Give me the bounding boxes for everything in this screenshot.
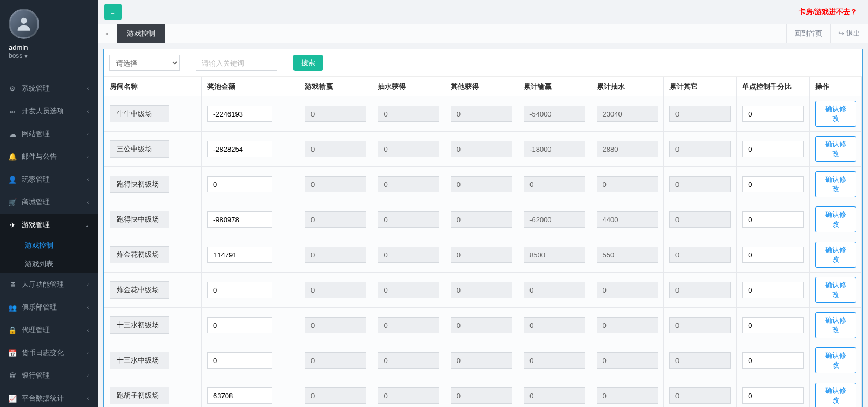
sidebar-item[interactable]: ⚙系统管理‹ <box>0 77 98 100</box>
sidebar-item[interactable]: 📅货币日志变化‹ <box>0 341 98 364</box>
confirm-button[interactable]: 确认修改 <box>815 101 856 127</box>
nav-icon: 👤 <box>9 176 16 183</box>
table-cell <box>663 273 736 308</box>
jackpot-input[interactable] <box>207 106 272 122</box>
table-cell <box>591 237 663 273</box>
table-cell <box>663 202 736 237</box>
jackpot-input[interactable] <box>207 141 272 157</box>
other-gain <box>451 176 512 192</box>
confirm-button[interactable]: 确认修改 <box>815 206 856 232</box>
cum-winlose <box>524 247 585 263</box>
table-cell <box>737 132 809 167</box>
nav-label: 平台数据统计 <box>22 393 64 403</box>
search-button[interactable]: 搜索 <box>293 55 323 71</box>
point-control-input[interactable] <box>742 352 803 369</box>
table-cell <box>299 273 372 308</box>
table-cell <box>445 343 518 378</box>
table-cell <box>737 343 809 378</box>
sidebar-item[interactable]: 🛒商城管理‹ <box>0 191 98 214</box>
game-winlose <box>305 387 366 404</box>
table-cell <box>737 237 809 273</box>
table-cell <box>445 273 518 308</box>
cum-winlose <box>524 176 585 192</box>
other-gain <box>451 141 512 157</box>
jackpot-input[interactable] <box>207 352 272 369</box>
subnav-item[interactable]: 游戏控制 <box>0 236 98 255</box>
sidebar-item[interactable]: 📈平台数据统计‹ <box>0 387 98 407</box>
nav-icon: 📈 <box>9 395 16 402</box>
game-winlose <box>305 317 366 333</box>
sidebar-item[interactable]: ☁网站管理‹ <box>0 122 98 145</box>
table-cell <box>299 343 372 378</box>
logout-button[interactable]: ↪ 退出 <box>830 24 868 43</box>
table-row: 十三水初级场确认修改 <box>104 308 862 343</box>
point-control-input[interactable] <box>742 141 803 157</box>
jackpot-input[interactable] <box>207 211 272 228</box>
user-role-dropdown[interactable]: boss ▾ <box>9 52 28 60</box>
confirm-button[interactable]: 确认修改 <box>815 347 856 373</box>
table-cell: 确认修改 <box>809 237 861 273</box>
point-control-input[interactable] <box>742 282 803 298</box>
game-winlose <box>305 176 366 192</box>
tab-game-control[interactable]: 游戏控制 <box>117 24 165 43</box>
tab-back-button[interactable]: « <box>98 24 117 43</box>
cum-other <box>669 106 731 122</box>
sidebar-item[interactable]: 🖥大厅功能管理‹ <box>0 273 98 296</box>
jackpot-input[interactable] <box>207 387 272 404</box>
point-control-input[interactable] <box>742 317 803 333</box>
table-cell <box>445 308 518 343</box>
table-cell <box>663 96 736 132</box>
avatar <box>9 9 39 39</box>
confirm-button[interactable]: 确认修改 <box>815 136 856 162</box>
user-panel: admin boss ▾ <box>0 0 98 66</box>
nav: ⚙系统管理‹∞开发人员选项‹☁网站管理‹🔔邮件与公告‹👤玩家管理‹🛒商城管理‹✈… <box>0 77 98 407</box>
other-gain <box>451 247 512 263</box>
sidebar-item[interactable]: 👤玩家管理‹ <box>0 168 98 191</box>
sidebar-item[interactable]: 🏛银行管理‹ <box>0 364 98 387</box>
confirm-button[interactable]: 确认修改 <box>815 171 856 197</box>
confirm-button[interactable]: 确认修改 <box>815 277 856 303</box>
sidebar-item[interactable]: 🔒代理管理‹ <box>0 319 98 341</box>
point-control-input[interactable] <box>742 176 803 192</box>
table-cell <box>202 167 299 202</box>
sidebar-toggle-button[interactable]: ≡ <box>104 4 122 20</box>
filter-select[interactable]: 请选择 <box>109 55 180 71</box>
table-row: 炸金花初级场确认修改 <box>104 237 862 273</box>
nav-label: 游戏管理 <box>22 220 50 230</box>
sidebar-item[interactable]: 🔔邮件与公告‹ <box>0 145 98 168</box>
confirm-button[interactable]: 确认修改 <box>815 383 856 407</box>
confirm-button[interactable]: 确认修改 <box>815 312 856 338</box>
chevron-icon: ‹ <box>87 305 89 311</box>
game-winlose <box>305 211 366 228</box>
table-cell: 确认修改 <box>809 167 861 202</box>
jackpot-input[interactable] <box>207 317 272 333</box>
table-cell <box>737 202 809 237</box>
jackpot-input[interactable] <box>207 247 272 263</box>
pump-gain <box>378 352 439 369</box>
table-cell: 确认修改 <box>809 273 861 308</box>
table-header-cell: 累计其它 <box>663 77 736 96</box>
confirm-button[interactable]: 确认修改 <box>815 242 856 268</box>
cum-pump <box>597 247 658 263</box>
jackpot-input[interactable] <box>207 176 272 192</box>
point-control-input[interactable] <box>742 247 803 263</box>
table-cell <box>445 202 518 237</box>
point-control-input[interactable] <box>742 387 803 404</box>
jackpot-input[interactable] <box>207 282 272 298</box>
back-home-button[interactable]: 回到首页 <box>786 24 830 43</box>
sidebar-item[interactable]: ∞开发人员选项‹ <box>0 100 98 122</box>
chevron-icon: ‹ <box>87 131 89 137</box>
table-cell: 跑得快初级场 <box>104 167 202 202</box>
keyword-input[interactable] <box>196 55 277 71</box>
stuck-room-link[interactable]: 卡房/游戏进不去？ <box>799 7 857 17</box>
sidebar-item[interactable]: 👥俱乐部管理‹ <box>0 296 98 319</box>
sidebar-item[interactable]: ✈游戏管理⌄ <box>0 214 98 236</box>
table-cell <box>663 237 736 273</box>
subnav-item[interactable]: 游戏列表 <box>0 255 98 273</box>
point-control-input[interactable] <box>742 211 803 228</box>
point-control-input[interactable] <box>742 106 803 122</box>
room-name: 炸金花中级场 <box>110 281 169 299</box>
table-cell: 跑得快中级场 <box>104 202 202 237</box>
nav-label: 邮件与公告 <box>22 152 57 161</box>
nav-label: 玩家管理 <box>22 175 50 184</box>
